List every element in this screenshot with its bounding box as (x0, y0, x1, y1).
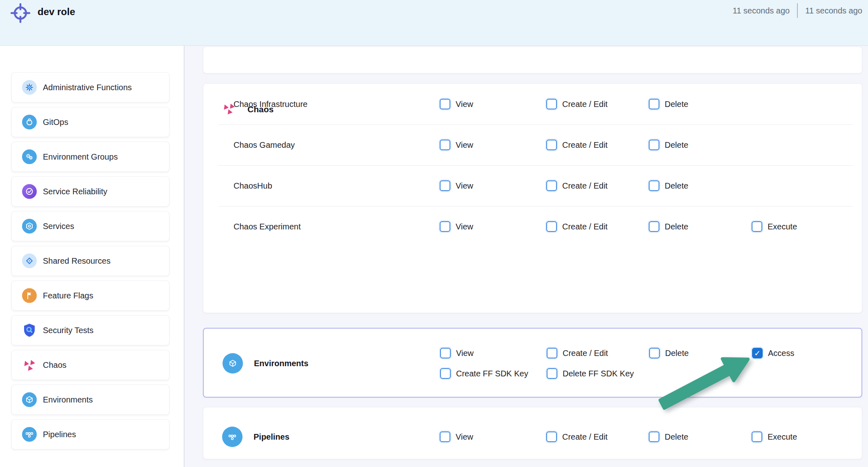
permission-label[interactable]: Delete (665, 140, 688, 150)
permission-label[interactable]: View (456, 432, 473, 442)
pipelines-section-card: Pipelines ViewCreate / EditDeleteExecute (203, 407, 862, 459)
permission-label[interactable]: View (456, 181, 473, 191)
sidebar-item-environments[interactable]: Environments (11, 385, 169, 415)
permission-label[interactable]: Create / Edit (562, 222, 608, 231)
chaos-icon (22, 358, 37, 372)
permission-delete: Delete (649, 431, 688, 442)
pipelines-icon (22, 427, 37, 442)
delete-checkbox[interactable] (649, 221, 659, 232)
shared-resources-icon (22, 254, 37, 268)
create-edit-checkbox[interactable] (546, 180, 557, 191)
permission-create-edit: Create / Edit (546, 140, 608, 150)
permission-label[interactable]: Create / Edit (562, 140, 608, 150)
feature-flags-icon (22, 288, 37, 303)
permission-label[interactable]: Create / Edit (562, 100, 608, 109)
create-edit-checkbox[interactable] (546, 99, 557, 109)
resource-row-label: ChaosHub (234, 181, 272, 191)
permission-label[interactable]: Delete FF SDK Key (563, 369, 634, 378)
create-edit-checkbox[interactable] (546, 431, 557, 442)
permission-create-edit: Create / Edit (546, 431, 608, 442)
permission-label[interactable]: Create FF SDK Key (456, 369, 528, 378)
permission-label[interactable]: Execute (768, 222, 797, 231)
permission-label[interactable]: View (456, 222, 473, 231)
sidebar-item-label: Pipelines (43, 430, 76, 439)
view-checkbox[interactable] (440, 221, 450, 232)
permission-view: View (440, 140, 473, 150)
permission-label[interactable]: Execute (768, 432, 797, 442)
execute-checkbox[interactable] (752, 221, 762, 232)
permission-execute: Execute (752, 431, 797, 442)
create-edit-checkbox[interactable] (546, 140, 557, 150)
create-edit-checkbox[interactable] (547, 348, 557, 358)
delete-ff-sdk-key-checkbox[interactable] (547, 368, 557, 379)
permission-label[interactable]: Delete (665, 181, 688, 191)
view-checkbox[interactable] (440, 431, 450, 442)
page-header: dev role 11 seconds ago 11 seconds ago (0, 0, 868, 46)
sidebar-item-feature-flags[interactable]: Feature Flags (11, 280, 169, 311)
delete-checkbox[interactable] (649, 180, 659, 191)
chaos-section-card: Chaos Chaos InfrastructureViewCreate / E… (203, 83, 862, 313)
permission-label[interactable]: View (456, 140, 473, 150)
sidebar-item-administrative-functions[interactable]: Administrative Functions (11, 72, 169, 102)
row-divider (218, 125, 853, 125)
create-ff-sdk-key-checkbox[interactable] (440, 368, 451, 379)
resource-row-label: Chaos Infrastructure (234, 100, 307, 109)
permission-label[interactable]: Delete (665, 222, 688, 231)
permission-label[interactable]: Create / Edit (562, 181, 608, 191)
permission-view: View (440, 431, 473, 442)
sidebar-item-label: Administrative Functions (43, 83, 132, 92)
permission-view: View (440, 348, 474, 358)
create-edit-checkbox[interactable] (546, 221, 557, 232)
environments-section-title: Environments (254, 359, 308, 368)
view-checkbox[interactable] (440, 348, 451, 358)
permission-row-chaoshub: ChaosHubViewCreate / EditDelete (203, 165, 862, 206)
permission-row-chaos-gameday: Chaos GamedayViewCreate / EditDelete (203, 125, 862, 165)
view-checkbox[interactable] (440, 180, 450, 191)
environments-icon (22, 392, 37, 407)
permission-create-ff-sdk-key: Create FF SDK Key (440, 368, 528, 379)
sidebar-item-chaos[interactable]: Chaos (11, 350, 169, 380)
permission-create-edit: Create / Edit (546, 180, 608, 191)
sidebar-item-pipelines[interactable]: Pipelines (11, 419, 169, 449)
sidebar-item-environment-groups[interactable]: Environment Groups (11, 142, 169, 172)
service-reliability-icon (22, 184, 37, 199)
pipelines-icon (222, 427, 243, 447)
sidebar-item-security-tests[interactable]: Security Tests (11, 315, 169, 345)
permission-label[interactable]: Delete (665, 100, 688, 109)
view-checkbox[interactable] (440, 140, 450, 150)
permission-delete-ff-sdk-key: Delete FF SDK Key (547, 368, 634, 379)
services-icon (22, 219, 37, 234)
permission-label[interactable]: Create / Edit (562, 432, 608, 442)
sidebar-item-label: GitOps (43, 118, 68, 127)
timestamps: 11 seconds ago 11 seconds ago (733, 3, 863, 18)
permission-label[interactable]: Create / Edit (563, 349, 608, 358)
environments-icon (223, 353, 243, 374)
delete-checkbox[interactable] (649, 99, 659, 109)
permission-delete: Delete (649, 140, 688, 150)
delete-checkbox[interactable] (649, 431, 659, 442)
sidebar-item-label: Environments (43, 395, 93, 405)
permission-view: View (440, 99, 473, 109)
role-target-icon (9, 1, 32, 24)
sidebar-item-label: Services (43, 222, 74, 231)
permission-label[interactable]: View (456, 100, 473, 109)
view-checkbox[interactable] (440, 99, 450, 109)
permission-create-edit: Create / Edit (546, 99, 608, 109)
permission-delete: Delete (649, 99, 688, 109)
sidebar-item-gitops[interactable]: GitOps (11, 107, 169, 137)
permission-create-edit: Create / Edit (547, 348, 608, 358)
permission-label[interactable]: Delete (665, 432, 688, 442)
permission-label[interactable]: View (456, 349, 474, 358)
sidebar-item-label: Feature Flags (43, 291, 93, 300)
sidebar-item-services[interactable]: Services (11, 211, 169, 241)
sidebar-item-label: Environment Groups (43, 152, 118, 162)
sidebar-item-service-reliability[interactable]: Service Reliability (11, 176, 169, 207)
sidebar-item-label: Security Tests (43, 326, 93, 335)
scrolled-card-partial (203, 47, 862, 73)
created-timestamp: 11 seconds ago (733, 6, 790, 16)
sidebar-item-shared-resources[interactable]: Shared Resources (11, 246, 169, 276)
delete-checkbox[interactable] (649, 140, 659, 150)
execute-checkbox[interactable] (752, 431, 762, 442)
permission-label[interactable]: Access (768, 349, 794, 358)
resource-category-sidebar: Administrative FunctionsGitOpsEnvironmen… (0, 46, 185, 467)
